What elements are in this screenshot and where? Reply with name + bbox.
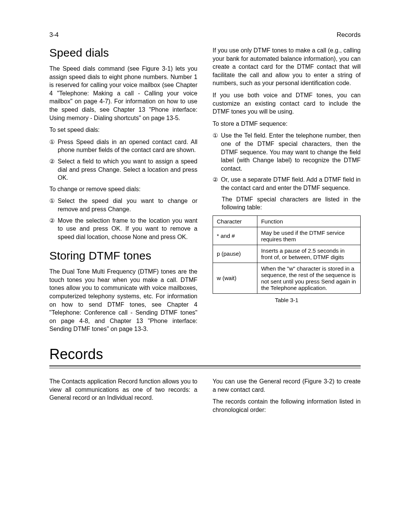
records-left-column: The Contacts application Record function… <box>49 377 197 418</box>
circled-1-icon: ① <box>49 197 55 213</box>
page-number: 3-4 <box>49 31 59 39</box>
cell-function: Inserts a pause of 2.5 seconds in front … <box>257 245 360 263</box>
paragraph-records-left: The Contacts application Record function… <box>49 377 197 402</box>
cell-character: * and # <box>213 227 257 245</box>
list-text: Move the selection frame to the location… <box>58 217 197 241</box>
heading-records: Records <box>49 346 361 363</box>
paragraph-records-right1: You can use the General record (Figure 3… <box>213 377 361 394</box>
circled-1-icon: ① <box>213 131 218 173</box>
table-caption: Table 3-1 <box>213 297 361 303</box>
list-item: ① Select the speed dial you want to chan… <box>49 197 197 213</box>
list-text: Press Speed dials in an opened contact c… <box>58 138 197 154</box>
list-text: Select a field to which you want to assi… <box>58 157 197 182</box>
section-rule <box>49 366 361 368</box>
paragraph-records-right2: The records contain the following inform… <box>213 397 361 414</box>
left-column: Speed dials The Speed dials command (see… <box>49 46 197 337</box>
paragraph-dtmf-intro: The Dual Tone Multi Frequency (DTMF) ton… <box>49 268 197 333</box>
table-row: w (wait) When the "w" character is store… <box>213 263 361 293</box>
paragraph-dtmf-usecase2: If you use both voice and DTMF tones, yo… <box>213 91 361 116</box>
list-item: ② Or, use a separate DTMF field. Add a D… <box>213 176 361 192</box>
heading-speed-dials: Speed dials <box>49 46 197 59</box>
table-row: * and # May be used if the DTMF service … <box>213 227 361 245</box>
list-item: ① Use the Tel field. Enter the telephone… <box>213 131 361 173</box>
list-item: ① Press Speed dials in an opened contact… <box>49 138 197 154</box>
cell-character: p (pause) <box>213 245 257 263</box>
cell-function: When the "w" character is stored in a se… <box>257 263 360 293</box>
circled-2-icon: ② <box>213 176 218 192</box>
paragraph-speed-intro: The Speed dials command (see Figure 3-1)… <box>49 65 197 122</box>
list-text: Or, use a separate DTMF field. Add a DTM… <box>221 176 361 192</box>
paragraph-dtmf-store: To store a DTMF sequence: <box>213 120 361 128</box>
table-header-function: Function <box>257 215 360 227</box>
list-item: ② Select a field to which you want to as… <box>49 157 197 182</box>
circled-1-icon: ① <box>49 138 55 154</box>
page-header: 3-4 Records <box>49 31 361 39</box>
list-item: ② Move the selection frame to the locati… <box>49 217 197 241</box>
paragraph-change-speed: To change or remove speed dials: <box>49 185 197 193</box>
paragraph-set-speed: To set speed dials: <box>49 126 197 134</box>
table-header-character: Character <box>213 215 257 227</box>
circled-2-icon: ② <box>49 217 55 241</box>
table-row: p (pause) Inserts a pause of 2.5 seconds… <box>213 245 361 263</box>
list-text: Use the Tel field. Enter the telephone n… <box>221 131 361 173</box>
records-right-column: You can use the General record (Figure 3… <box>213 377 361 418</box>
paragraph-dtmf-usecase1: If you use only DTMF tones to make a cal… <box>213 46 361 87</box>
list-text: Select the speed dial you want to change… <box>58 197 197 213</box>
dtmf-characters-table: Character Function * and # May be used i… <box>213 215 361 294</box>
cell-function: May be used if the DTMF service requires… <box>257 227 360 245</box>
paragraph-dtmf-special: The DTMF special characters are listed i… <box>222 195 361 212</box>
circled-2-icon: ② <box>49 157 55 182</box>
page-section-label: Records <box>337 31 361 39</box>
right-column: If you use only DTMF tones to make a cal… <box>213 46 361 337</box>
cell-character: w (wait) <box>213 263 257 293</box>
heading-storing-dtmf: Storing DTMF tones <box>49 249 197 262</box>
